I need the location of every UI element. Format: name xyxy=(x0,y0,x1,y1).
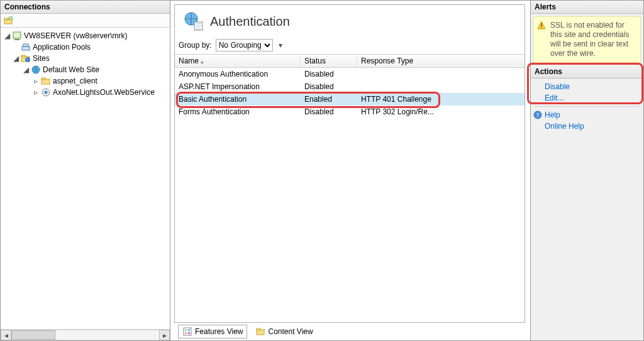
grid-row-selected[interactable]: Basic Authentication Enabled HTTP 401 Ch… xyxy=(175,93,525,106)
cell-resp xyxy=(357,72,525,76)
help-icon: ? xyxy=(533,111,542,119)
tree-label: Sites xyxy=(33,54,50,63)
alert-text: SSL is not enabled for this site and cre… xyxy=(550,21,629,58)
globe-icon xyxy=(31,65,41,75)
add-connection-icon[interactable] xyxy=(3,16,13,26)
tree-label: aspnet_client xyxy=(53,77,97,85)
cell-status: Disabled xyxy=(301,68,357,80)
bottom-tabs: Features View Content View xyxy=(174,325,525,338)
tree-default-web-site[interactable]: ◢ Default Web Site xyxy=(2,64,169,75)
svg-rect-23 xyxy=(185,329,187,331)
cell-resp xyxy=(357,85,525,89)
svg-rect-6 xyxy=(14,39,19,40)
svg-rect-26 xyxy=(188,332,190,334)
cell-name: Basic Authentication xyxy=(175,93,301,106)
action-edit[interactable]: Edit... xyxy=(531,92,643,104)
cell-resp: HTTP 302 Login/Re... xyxy=(357,106,525,118)
sort-indicator-icon: ▴ xyxy=(201,58,204,65)
grid-row[interactable]: Forms Authentication Disabled HTTP 302 L… xyxy=(175,106,525,118)
right-panel: Alerts SSL is not enabled for this site … xyxy=(530,1,643,340)
svg-rect-19 xyxy=(196,23,201,24)
tree-aspnet-client[interactable]: ▹ aspnet_client xyxy=(2,75,169,87)
tree-label: Default Web Site xyxy=(43,65,99,74)
cell-resp: HTTP 401 Challenge xyxy=(357,93,525,106)
action-help[interactable]: ? Help xyxy=(531,109,643,121)
svg-rect-31 xyxy=(541,27,542,28)
svg-text:?: ? xyxy=(536,112,540,119)
svg-rect-21 xyxy=(196,28,201,30)
tree-expander-icon[interactable]: ▹ xyxy=(32,89,40,96)
feature-heading: Authentication xyxy=(210,14,290,29)
groupby-label: Group by: xyxy=(179,41,212,50)
tree-expander-icon[interactable]: ▹ xyxy=(32,77,40,85)
groupby-extra-dropdown-icon[interactable]: ▾ xyxy=(277,41,284,50)
content-view-icon xyxy=(255,327,265,337)
tree-label: AxoNet.LightsOut.WebService xyxy=(53,88,155,97)
separator xyxy=(535,106,640,107)
svg-rect-24 xyxy=(188,329,190,331)
action-online-help[interactable]: Online Help xyxy=(531,121,643,132)
scroll-thumb[interactable] xyxy=(11,330,55,340)
app-pools-icon xyxy=(21,42,31,52)
scroll-track[interactable] xyxy=(11,330,159,340)
grid-row[interactable]: ASP.NET Impersonation Disabled xyxy=(175,80,525,93)
ssl-alert: SSL is not enabled for this site and cre… xyxy=(533,16,641,63)
tree-expander-icon[interactable]: ◢ xyxy=(12,55,19,62)
connections-tree[interactable]: ◢ VW8SERVER (vw8server\mrk) Application … xyxy=(1,28,170,329)
sites-folder-icon xyxy=(21,53,31,63)
cell-status: Disabled xyxy=(301,106,357,118)
scroll-left-arrow-icon[interactable]: ◂ xyxy=(1,330,11,340)
tree-app-pools[interactable]: Application Pools xyxy=(2,41,169,53)
iis-manager-window: Connections ◢ VW8SERVER (vw8server\mrk) … xyxy=(0,0,644,341)
tree-label: Application Pools xyxy=(33,43,91,51)
groupby-bar: Group by: No Grouping ▾ xyxy=(175,36,525,54)
cell-name: Anonymous Authentication xyxy=(175,68,301,80)
svg-rect-8 xyxy=(23,44,28,46)
tree-spacer xyxy=(12,43,19,51)
feature-pane: Authentication Group by: No Grouping ▾ N… xyxy=(174,4,525,323)
groupby-select[interactable]: No Grouping xyxy=(216,39,273,51)
tab-content-view[interactable]: Content View xyxy=(251,325,317,338)
authentication-icon xyxy=(184,11,204,31)
scroll-right-arrow-icon[interactable]: ▸ xyxy=(159,330,170,340)
svg-rect-28 xyxy=(257,328,260,330)
tree-axonet-service[interactable]: ▹ AxoNet.LightsOut.WebService xyxy=(2,87,169,98)
svg-rect-30 xyxy=(541,23,542,26)
connections-panel: Connections ◢ VW8SERVER (vw8server\mrk) … xyxy=(1,1,170,340)
tree-sites[interactable]: ◢ Sites xyxy=(2,53,169,64)
features-view-icon xyxy=(182,327,192,337)
tree-expander-icon[interactable]: ◢ xyxy=(22,66,30,73)
action-label: Help xyxy=(545,111,560,119)
actions-title: Actions xyxy=(531,65,643,78)
column-status[interactable]: Status xyxy=(301,55,357,67)
cell-status: Enabled xyxy=(301,93,357,106)
app-icon xyxy=(41,87,51,97)
cell-name: ASP.NET Impersonation xyxy=(175,80,301,93)
svg-rect-25 xyxy=(185,332,187,334)
svg-point-11 xyxy=(26,58,30,62)
cell-name: Forms Authentication xyxy=(175,106,301,118)
tree-server-node[interactable]: ◢ VW8SERVER (vw8server\mrk) xyxy=(2,30,169,41)
horizontal-scrollbar[interactable]: ◂ ▸ xyxy=(1,329,170,340)
feature-header: Authentication xyxy=(175,5,525,36)
grid-row[interactable]: Anonymous Authentication Disabled xyxy=(175,68,525,80)
cell-status: Disabled xyxy=(301,80,357,93)
column-response-type[interactable]: Response Type xyxy=(357,55,525,67)
svg-rect-5 xyxy=(13,32,21,38)
tree-label: VW8SERVER (vw8server\mrk) xyxy=(24,31,127,40)
svg-rect-14 xyxy=(42,78,45,80)
svg-rect-20 xyxy=(196,26,201,27)
connections-title: Connections xyxy=(1,1,170,14)
alerts-title: Alerts xyxy=(531,1,643,14)
svg-rect-1 xyxy=(4,18,8,20)
column-name[interactable]: Name ▴ xyxy=(175,55,301,67)
grid-body: Anonymous Authentication Disabled ASP.NE… xyxy=(175,68,525,322)
grid-header: Name ▴ Status Response Type xyxy=(175,54,525,68)
tree-expander-icon[interactable]: ◢ xyxy=(3,32,11,40)
tab-features-view[interactable]: Features View xyxy=(178,325,247,338)
svg-rect-7 xyxy=(22,46,30,50)
tab-label: Features View xyxy=(195,327,243,336)
svg-point-16 xyxy=(45,91,48,94)
tab-label: Content View xyxy=(268,327,313,336)
action-disable[interactable]: Disable xyxy=(531,81,643,92)
